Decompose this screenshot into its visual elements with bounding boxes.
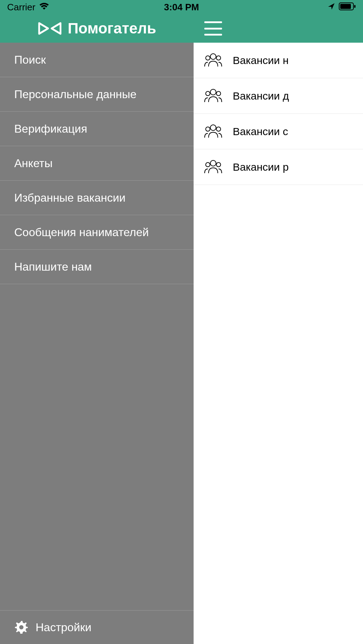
sidebar-item-profiles[interactable]: Анкеты xyxy=(0,146,194,181)
sidebar-menu: Поиск Персональные данные Верификация Ан… xyxy=(0,43,194,610)
vacancy-list: Вакансии н Вакансии д Вакансии с Ваканси… xyxy=(194,43,363,185)
list-item-label: Вакансии н xyxy=(233,54,289,66)
battery-icon xyxy=(339,2,356,13)
sidebar-item-settings[interactable]: Настройки xyxy=(0,610,194,644)
status-bar: Carrier 3:04 PM xyxy=(0,0,363,14)
list-item-label: Вакансии д xyxy=(233,90,289,102)
list-item[interactable]: Вакансии р xyxy=(194,149,363,185)
list-item-label: Вакансии р xyxy=(233,161,289,173)
svg-point-15 xyxy=(19,625,23,629)
menu-button[interactable] xyxy=(204,21,222,36)
sidebar-item-label: Избранные вакансии xyxy=(14,191,126,204)
sidebar-item-verification[interactable]: Верификация xyxy=(0,112,194,146)
svg-point-9 xyxy=(210,125,216,131)
sidebar-item-search[interactable]: Поиск xyxy=(0,43,194,77)
svg-point-3 xyxy=(210,54,216,59)
group-icon xyxy=(204,52,222,68)
main-content: Вакансии н Вакансии д Вакансии с Ваканси… xyxy=(194,14,363,644)
svg-point-4 xyxy=(206,56,210,60)
settings-label: Настройки xyxy=(36,621,91,634)
sidebar-item-contact-us[interactable]: Напишите нам xyxy=(0,250,194,284)
list-item[interactable]: Вакансии с xyxy=(194,114,363,149)
list-item[interactable]: Вакансии н xyxy=(194,43,363,78)
list-item[interactable]: Вакансии д xyxy=(194,78,363,114)
status-time: 3:04 PM xyxy=(164,2,199,13)
svg-point-14 xyxy=(216,163,221,167)
svg-point-11 xyxy=(216,127,221,131)
sidebar-item-label: Анкеты xyxy=(14,157,53,170)
group-icon xyxy=(204,159,222,175)
svg-point-13 xyxy=(206,163,210,167)
wifi-icon xyxy=(39,2,49,13)
list-item-label: Вакансии с xyxy=(233,126,288,138)
sidebar-drawer: Помогатель Поиск Персональные данные Вер… xyxy=(0,14,194,644)
sidebar-item-label: Персональные данные xyxy=(14,88,137,101)
carrier-label: Carrier xyxy=(7,2,35,13)
logo-icon xyxy=(37,21,62,36)
sidebar-item-personal-data[interactable]: Персональные данные xyxy=(0,77,194,112)
group-icon xyxy=(204,88,222,104)
sidebar-item-employer-messages[interactable]: Сообщения нанимателей xyxy=(0,215,194,250)
group-icon xyxy=(204,123,222,139)
content-header xyxy=(194,14,363,43)
svg-point-7 xyxy=(206,91,210,96)
sidebar-header: Помогатель xyxy=(0,14,194,43)
svg-rect-2 xyxy=(354,5,356,8)
svg-point-10 xyxy=(206,127,210,131)
location-icon xyxy=(327,2,335,13)
sidebar-item-label: Напишите нам xyxy=(14,260,92,273)
app-title: Помогатель xyxy=(68,20,156,37)
svg-point-12 xyxy=(210,160,216,166)
status-right xyxy=(327,2,356,13)
svg-point-5 xyxy=(216,56,221,60)
status-left: Carrier xyxy=(7,2,49,13)
gear-icon xyxy=(14,620,28,634)
svg-point-6 xyxy=(210,89,216,95)
svg-point-8 xyxy=(216,91,221,96)
sidebar-item-favorite-vacancies[interactable]: Избранные вакансии xyxy=(0,181,194,215)
sidebar-item-label: Поиск xyxy=(14,53,46,66)
sidebar-item-label: Верификация xyxy=(14,122,87,135)
sidebar-item-label: Сообщения нанимателей xyxy=(14,226,149,239)
svg-rect-1 xyxy=(340,4,351,9)
